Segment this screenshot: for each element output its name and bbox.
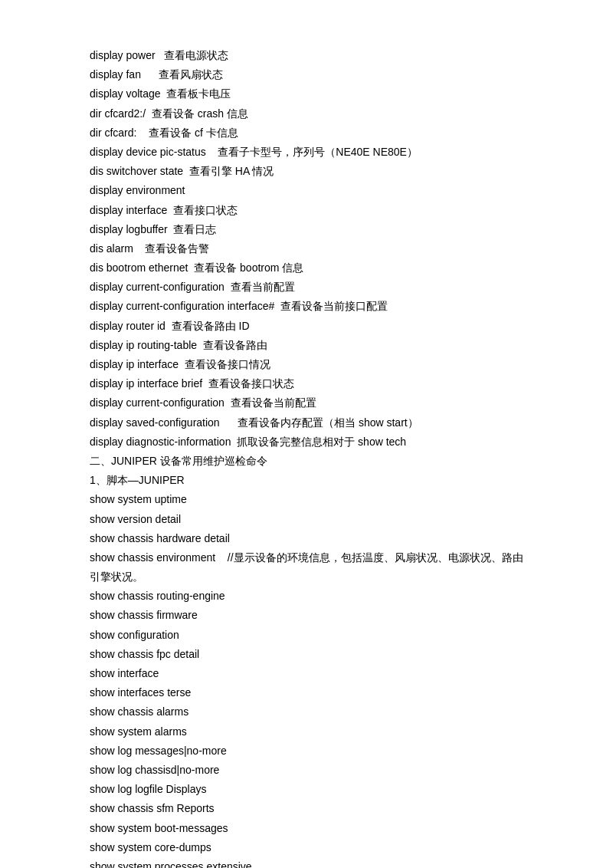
text-line-line19: display current-configuration 查看设备当前配置 bbox=[90, 393, 523, 413]
text-line-line3: display voltage 查看板卡电压 bbox=[90, 84, 523, 104]
text-line-line39: show log logfile Displays bbox=[90, 780, 523, 799]
text-line-line35: show chassis alarms bbox=[90, 702, 523, 722]
text-line-line12: dis bootrom ethernet 查看设备 bootrom 信息 bbox=[90, 258, 523, 278]
text-line-line42: show system core-dumps bbox=[90, 838, 523, 857]
text-line-line18: display ip interface brief 查看设备接口状态 bbox=[90, 374, 523, 393]
text-line-line34: show interfaces terse bbox=[90, 683, 523, 702]
text-line-line26: show chassis hardware detail bbox=[90, 529, 523, 548]
text-line-line36: show system alarms bbox=[90, 722, 523, 741]
text-line-line11: dis alarm 查看设备告警 bbox=[90, 239, 523, 258]
text-line-line16: display ip routing-table 查看设备路由 bbox=[90, 336, 523, 355]
text-line-line15: display router id 查看设备路由 ID bbox=[90, 317, 523, 336]
text-line-line17: display ip interface 查看设备接口情况 bbox=[90, 355, 523, 374]
text-line-line24: show system uptime bbox=[90, 490, 523, 509]
text-line-line32: show chassis fpc detail bbox=[90, 645, 523, 664]
text-line-line2: display fan 查看风扇状态 bbox=[90, 65, 523, 84]
text-line-line33: show interface bbox=[90, 664, 523, 683]
main-content: display power 查看电源状态display fan 查看风扇状态di… bbox=[0, 0, 613, 868]
text-line-line7: dis switchover state 查看引擎 HA 情况 bbox=[90, 162, 523, 181]
text-line-line23: 1、脚本—JUNIPER bbox=[90, 471, 523, 490]
text-line-line30: show chassis firmware bbox=[90, 606, 523, 625]
text-line-line38: show log chassisd|no-more bbox=[90, 761, 523, 780]
text-line-line13: display current-configuration 查看当前配置 bbox=[90, 278, 523, 297]
text-line-line31: show configuration bbox=[90, 626, 523, 645]
text-line-line9: display interface 查看接口状态 bbox=[90, 201, 523, 220]
text-line-line28: 引擎状况。 bbox=[90, 567, 523, 587]
text-line-line20: display saved-configuration 查看设备内存配置（相当 … bbox=[90, 413, 523, 432]
text-line-line43: show system processes extensive bbox=[90, 857, 523, 868]
text-line-line25: show version detail bbox=[90, 510, 523, 529]
text-line-line41: show system boot-messages bbox=[90, 819, 523, 838]
text-line-line1: display power 查看电源状态 bbox=[90, 46, 523, 65]
text-line-line8: display environment bbox=[90, 181, 523, 200]
text-line-line22: 二、JUNIPER 设备常用维护巡检命令 bbox=[90, 452, 523, 471]
text-line-line21: display diagnostic-information 抓取设备完整信息相… bbox=[90, 432, 523, 452]
text-line-line4: dir cfcard2:/ 查看设备 crash 信息 bbox=[90, 104, 523, 123]
text-line-line27: show chassis environment //显示设备的环境信息，包括温… bbox=[90, 548, 523, 567]
text-line-line14: display current-configuration interface#… bbox=[90, 297, 523, 316]
text-line-line10: display logbuffer 查看日志 bbox=[90, 220, 523, 239]
text-line-line5: dir cfcard: 查看设备 cf 卡信息 bbox=[90, 123, 523, 143]
text-line-line29: show chassis routing-engine bbox=[90, 587, 523, 606]
text-line-line37: show log messages|no-more bbox=[90, 741, 523, 761]
text-line-line40: show chassis sfm Reports bbox=[90, 799, 523, 818]
text-line-line6: display device pic-status 查看子卡型号，序列号（NE4… bbox=[90, 143, 523, 162]
